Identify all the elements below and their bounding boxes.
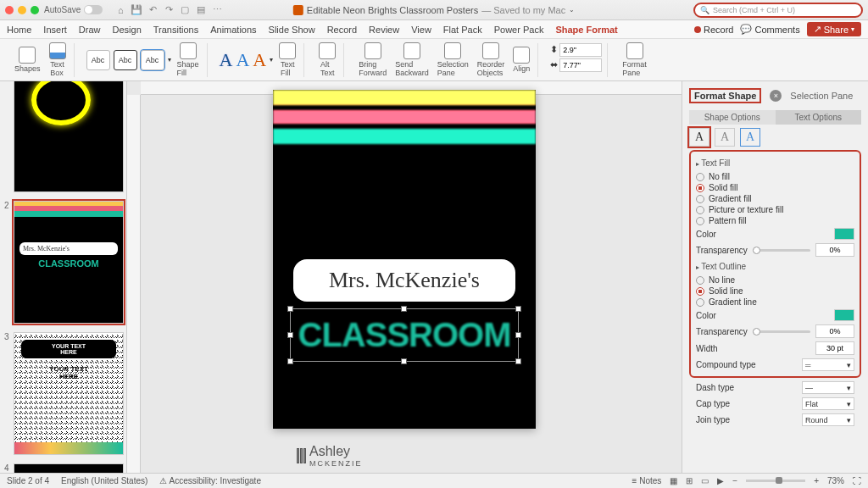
- text-fill-outline-tab[interactable]: A: [689, 128, 709, 147]
- tab-shapeformat[interactable]: Shape Format: [555, 25, 617, 35]
- zoom-slider[interactable]: [746, 480, 805, 482]
- teacher-name-text[interactable]: Mrs. McKenzie's: [293, 259, 515, 302]
- join-dropdown[interactable]: Round▾: [802, 413, 854, 426]
- tab-record[interactable]: Record: [327, 25, 357, 35]
- wordart-style-2[interactable]: A: [236, 49, 249, 71]
- cap-dropdown[interactable]: Flat▾: [802, 397, 854, 410]
- alttext-button[interactable]: Alt Text: [316, 42, 338, 77]
- selected-textbox[interactable]: CLASSROOM: [290, 308, 519, 362]
- height-input[interactable]: [559, 43, 602, 57]
- autosave-toggle[interactable]: AutoSave: [44, 5, 103, 14]
- shape-style-2[interactable]: Abc: [114, 50, 137, 70]
- radio-gradientline[interactable]: Gradient line: [696, 297, 854, 308]
- qat-icon[interactable]: ▢: [179, 4, 191, 16]
- tab-home[interactable]: Home: [7, 25, 31, 35]
- language-status[interactable]: English (United States): [61, 476, 147, 485]
- tab-review[interactable]: Review: [369, 25, 399, 35]
- document-title[interactable]: Editable Neon Brights Classroom Posters …: [293, 5, 575, 15]
- zoom-out-icon[interactable]: −: [732, 476, 737, 485]
- width-input[interactable]: [559, 58, 602, 72]
- record-button[interactable]: Record: [694, 25, 733, 35]
- tab-flatpack[interactable]: Flat Pack: [443, 25, 482, 35]
- resize-handle[interactable]: [515, 306, 521, 312]
- radio-picturefill[interactable]: Picture or texture fill: [696, 204, 854, 215]
- home-icon[interactable]: ⌂: [114, 4, 126, 16]
- maximize-window-icon[interactable]: [31, 6, 39, 14]
- slide-canvas[interactable]: Mrs. McKenzie's CLASSROOM Ashley MCKE: [127, 81, 682, 473]
- zoom-in-icon[interactable]: +: [814, 476, 819, 485]
- accessibility-status[interactable]: ⚠ Accessibility: Investigate: [159, 476, 261, 485]
- view-sorter-icon[interactable]: ⊞: [686, 476, 693, 485]
- resize-handle[interactable]: [515, 358, 521, 364]
- zoom-value[interactable]: 73%: [827, 476, 844, 485]
- thumbnail-4[interactable]: 4 YOUR: [5, 463, 121, 473]
- transparency-input[interactable]: [815, 243, 854, 257]
- radio-solidfill[interactable]: Solid fill: [696, 182, 854, 193]
- view-slideshow-icon[interactable]: ▶: [717, 476, 724, 485]
- outline-transparency-input[interactable]: [815, 324, 854, 338]
- toggle-icon[interactable]: [84, 5, 103, 14]
- tab-insert[interactable]: Insert: [43, 25, 67, 35]
- shape-style-3[interactable]: Abc: [141, 50, 164, 70]
- chevron-down-icon[interactable]: ⌄: [569, 6, 575, 14]
- save-icon[interactable]: 💾: [131, 4, 142, 16]
- fill-color-picker[interactable]: [834, 228, 854, 240]
- formatpane-button[interactable]: Format Pane: [620, 42, 649, 77]
- selectionpane-button[interactable]: Selection Pane: [435, 42, 471, 77]
- tab-powerpack[interactable]: Power Pack: [494, 25, 544, 35]
- tab-slideshow[interactable]: Slide Show: [269, 25, 315, 35]
- minimize-window-icon[interactable]: [18, 6, 26, 14]
- thumbnail-1[interactable]: [5, 81, 121, 192]
- undo-icon[interactable]: ↶: [147, 4, 159, 16]
- slide-counter[interactable]: Slide 2 of 4: [7, 476, 49, 485]
- thumbnail-2[interactable]: 2 Mrs. McKenzie's CLASSROOM: [5, 201, 121, 324]
- view-normal-icon[interactable]: ▦: [670, 476, 677, 485]
- reorder-button[interactable]: Reorder Objects: [475, 42, 508, 77]
- redo-icon[interactable]: ↷: [163, 4, 175, 16]
- resize-handle[interactable]: [515, 332, 521, 338]
- notes-button[interactable]: ≡ Notes: [632, 476, 662, 485]
- tab-transitions[interactable]: Transitions: [153, 25, 198, 35]
- resize-handle[interactable]: [401, 306, 407, 312]
- selection-pane-link[interactable]: Selection Pane: [790, 91, 853, 101]
- shape-style-1[interactable]: Abc: [86, 50, 110, 70]
- shapefill-button[interactable]: Shape Fill: [175, 42, 202, 77]
- radio-noline[interactable]: No line: [696, 274, 854, 286]
- textbox-button[interactable]: Text Box: [47, 42, 69, 77]
- textfill-header[interactable]: Text Fill: [696, 158, 854, 168]
- resize-handle[interactable]: [401, 358, 407, 364]
- textoutline-header[interactable]: Text Outline: [696, 262, 854, 271]
- tab-draw[interactable]: Draw: [79, 25, 101, 35]
- tab-view[interactable]: View: [411, 25, 431, 35]
- resize-handle[interactable]: [287, 306, 293, 312]
- current-slide[interactable]: Mrs. McKenzie's CLASSROOM: [273, 90, 536, 429]
- compound-dropdown[interactable]: ═▾: [802, 358, 854, 371]
- sendbackward-button[interactable]: Send Backward: [392, 42, 431, 77]
- share-button[interactable]: ↗Share▾: [807, 22, 861, 36]
- transparency-slider[interactable]: [753, 249, 810, 252]
- radio-nofill[interactable]: No fill: [696, 171, 854, 182]
- wordart-style-3[interactable]: A: [253, 49, 266, 71]
- tab-shape-options[interactable]: Shape Options: [689, 110, 776, 125]
- dash-dropdown[interactable]: —▾: [802, 381, 854, 394]
- search-input[interactable]: 🔍 Search (Cmd + Ctrl + U): [693, 3, 863, 18]
- qat-icon[interactable]: ▤: [195, 4, 207, 16]
- bringforward-button[interactable]: Bring Forward: [356, 42, 389, 77]
- view-reading-icon[interactable]: ▭: [701, 476, 709, 485]
- outline-color-picker[interactable]: [834, 309, 854, 321]
- wordart-style-1[interactable]: A: [220, 49, 233, 71]
- tab-design[interactable]: Design: [113, 25, 142, 35]
- shapes-button[interactable]: Shapes: [12, 47, 43, 73]
- align-button[interactable]: Align: [510, 47, 532, 73]
- radio-gradientfill[interactable]: Gradient fill: [696, 193, 854, 204]
- textfill-button[interactable]: Text Fill: [276, 42, 298, 77]
- chevron-down-icon[interactable]: ▾: [168, 56, 171, 64]
- outline-transparency-slider[interactable]: [753, 330, 810, 333]
- more-icon[interactable]: ⋯: [211, 4, 223, 16]
- resize-handle[interactable]: [287, 332, 293, 338]
- chevron-down-icon[interactable]: ▾: [270, 56, 273, 64]
- close-window-icon[interactable]: [5, 6, 14, 14]
- comments-button[interactable]: 💬Comments: [740, 24, 799, 35]
- outline-width-input[interactable]: [815, 341, 854, 355]
- text-effects-tab[interactable]: A: [715, 128, 735, 147]
